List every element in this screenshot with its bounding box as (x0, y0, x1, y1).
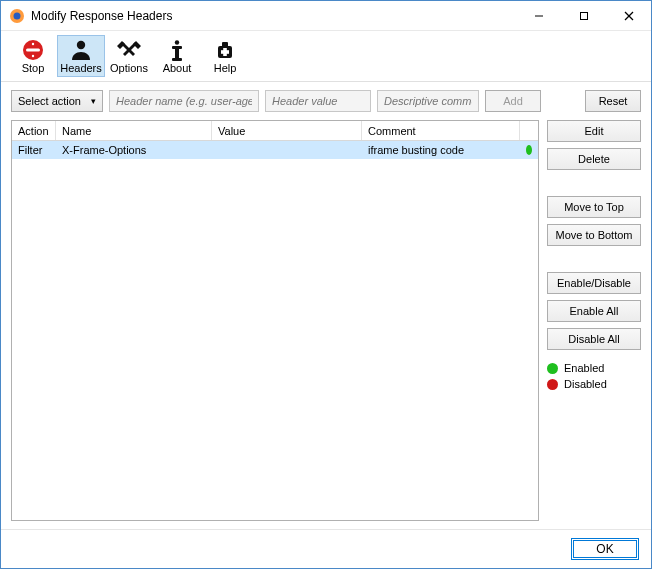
main-toolbar: Stop Headers Options About Help (1, 31, 651, 82)
toolbar-help[interactable]: Help (201, 35, 249, 77)
comment-input[interactable] (377, 90, 479, 112)
svg-rect-16 (222, 42, 228, 47)
table-row[interactable]: FilterX-Frame-Optionsiframe busting code (12, 141, 538, 159)
header-value-input[interactable] (265, 90, 371, 112)
enabled-dot-icon (547, 363, 558, 374)
svg-rect-7 (26, 49, 40, 52)
app-favicon (9, 8, 25, 24)
side-panel: Edit Delete Move to Top Move to Bottom E… (547, 120, 641, 521)
table-body: FilterX-Frame-Optionsiframe busting code (12, 141, 538, 520)
minimize-button[interactable] (516, 1, 561, 30)
stop-icon (21, 38, 45, 62)
svg-rect-18 (221, 50, 229, 54)
toolbar-about[interactable]: About (153, 35, 201, 77)
status-legend: Enabled Disabled (547, 362, 641, 390)
cell-action: Filter (12, 144, 56, 156)
svg-point-8 (32, 43, 34, 45)
help-icon (213, 38, 237, 62)
main-area: Action Name Value Comment FilterX-Frame-… (1, 120, 651, 529)
enable-disable-button[interactable]: Enable/Disable (547, 272, 641, 294)
dialog-footer: OK (1, 529, 651, 568)
legend-disabled-label: Disabled (564, 378, 607, 390)
disable-all-button[interactable]: Disable All (547, 328, 641, 350)
status-dot-icon (526, 145, 532, 155)
window-controls (516, 1, 651, 30)
col-name[interactable]: Name (56, 121, 212, 140)
cell-status (520, 145, 538, 155)
svg-point-1 (14, 12, 21, 19)
col-status (520, 121, 538, 140)
window-title: Modify Response Headers (31, 9, 516, 23)
header-form-row: Select action ▾ Add Reset (1, 82, 651, 120)
col-value[interactable]: Value (212, 121, 362, 140)
svg-rect-14 (172, 58, 182, 61)
options-icon (117, 38, 141, 62)
about-icon (165, 38, 189, 62)
toolbar-stop[interactable]: Stop (9, 35, 57, 77)
toolbar-options[interactable]: Options (105, 35, 153, 77)
svg-point-9 (32, 55, 34, 57)
add-button[interactable]: Add (485, 90, 541, 112)
move-to-bottom-button[interactable]: Move to Bottom (547, 224, 641, 246)
col-action[interactable]: Action (12, 121, 56, 140)
disabled-dot-icon (547, 379, 558, 390)
toolbar-stop-label: Stop (22, 62, 45, 74)
svg-rect-13 (172, 46, 182, 49)
select-action-dropdown[interactable]: Select action ▾ (11, 90, 103, 112)
maximize-button[interactable] (561, 1, 606, 30)
svg-rect-3 (580, 12, 587, 19)
svg-point-11 (175, 40, 179, 44)
headers-table: Action Name Value Comment FilterX-Frame-… (11, 120, 539, 521)
move-to-top-button[interactable]: Move to Top (547, 196, 641, 218)
ok-button[interactable]: OK (571, 538, 639, 560)
reset-button[interactable]: Reset (585, 90, 641, 112)
chevron-down-icon: ▾ (91, 96, 96, 106)
toolbar-headers-label: Headers (60, 62, 102, 74)
headers-icon (69, 38, 93, 62)
header-name-input[interactable] (109, 90, 259, 112)
toolbar-about-label: About (163, 62, 192, 74)
cell-name: X-Frame-Options (56, 144, 212, 156)
toolbar-headers[interactable]: Headers (57, 35, 105, 77)
toolbar-help-label: Help (214, 62, 237, 74)
select-action-label: Select action (18, 95, 81, 107)
close-button[interactable] (606, 1, 651, 30)
legend-enabled-label: Enabled (564, 362, 604, 374)
col-comment[interactable]: Comment (362, 121, 520, 140)
titlebar: Modify Response Headers (1, 1, 651, 31)
enable-all-button[interactable]: Enable All (547, 300, 641, 322)
delete-button[interactable]: Delete (547, 148, 641, 170)
edit-button[interactable]: Edit (547, 120, 641, 142)
cell-comment: iframe busting code (362, 144, 520, 156)
svg-point-10 (77, 41, 85, 49)
table-header: Action Name Value Comment (12, 121, 538, 141)
toolbar-options-label: Options (110, 62, 148, 74)
